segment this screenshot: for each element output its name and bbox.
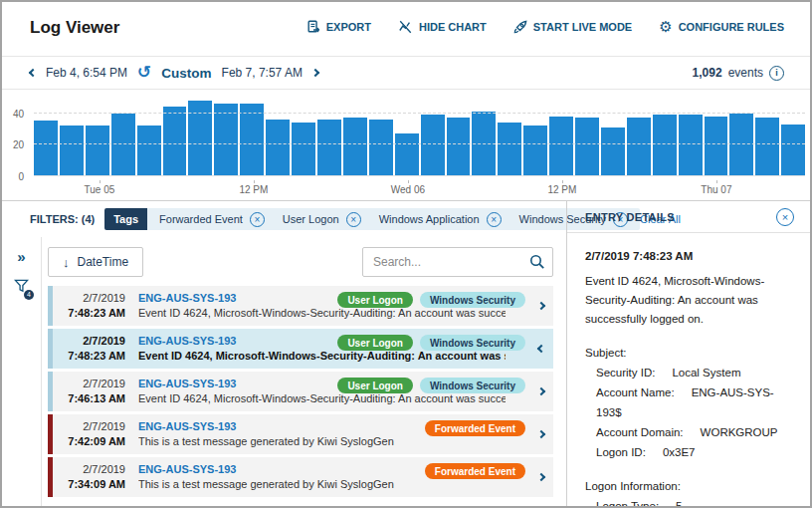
histogram-bar[interactable] [86,126,109,175]
hide-chart-button[interactable]: HIDE CHART [398,20,487,34]
histogram-bar[interactable] [781,125,805,175]
histogram-x-axis: Tue 0512 PMWed 0612 PMThu 07 [34,180,805,198]
gridline [34,113,805,114]
range-next-chevron-icon[interactable] [311,69,319,77]
remove-filter-icon[interactable]: × [250,212,265,227]
histogram-bar[interactable] [60,126,84,175]
row-expand[interactable] [529,372,553,411]
histogram-bar[interactable] [214,104,238,175]
tag-user-logon[interactable]: User Logon [337,378,413,393]
filter-chip-windows-application[interactable]: Windows Application × [379,212,502,227]
histogram-bar[interactable] [163,107,187,175]
start-live-mode-label: START LIVE MODE [533,21,632,33]
histogram-bar[interactable] [369,120,393,175]
y-axis-label: 40 [13,108,24,119]
configure-rules-button[interactable]: ⚙ CONFIGURE RULES [659,20,784,34]
row-message: Event ID 4624, Microsoft-Windows-Securit… [138,391,506,406]
close-icon[interactable]: × [776,208,794,226]
search-icon[interactable] [529,254,545,274]
log-row-2-selected[interactable]: 2/7/2019 7:48:23 AM ENG-AUS-SYS-193 Even… [48,329,553,369]
filter-funnel-icon[interactable]: 4 [14,279,29,297]
y-axis-label: 0 [18,171,24,182]
events-histogram: 02040 Tue 0512 PMWed 0612 PMThu 07 [2,89,810,200]
row-date: 2/7/2019 [53,419,125,434]
histogram-bar[interactable] [421,115,445,175]
expand-panel-icon[interactable]: » [17,251,25,263]
remove-filter-icon[interactable]: × [346,212,361,227]
range-prev-chevron-icon[interactable] [29,69,37,77]
histogram-bar[interactable] [240,104,264,175]
row-datetime: 2/7/2019 7:46:13 AM [53,372,132,411]
tag-user-logon[interactable]: User Logon [337,335,413,351]
row-message: Event ID 4624, Microsoft-Windows-Securit… [138,306,506,321]
row-tags: User Logon Windows Security [337,378,525,393]
histogram-bar[interactable] [137,126,161,175]
gear-icon: ⚙ [659,20,672,34]
row-expand[interactable] [529,286,553,326]
tag-forwarded-event[interactable]: Forwarded Event [425,463,525,479]
tag-windows-security[interactable]: Windows Security [420,335,525,351]
list-side-rail: » 4 [2,237,42,506]
entry-details-panel: ENTRY DETAILS × 2/7/2019 7:48:23 AM Even… [566,201,810,506]
histogram-bar[interactable] [549,117,573,175]
histogram-bar[interactable] [523,126,547,175]
row-expand[interactable] [529,414,553,454]
histogram-bar[interactable] [447,118,471,175]
tag-windows-security[interactable]: Windows Security [420,292,525,308]
log-rows: 2/7/2019 7:48:23 AM ENG-AUS-SYS-193 Even… [48,286,553,506]
histogram-bar[interactable] [498,123,521,175]
x-axis-label: Thu 07 [701,184,731,195]
histogram-bar[interactable] [317,120,341,175]
row-date: 2/7/2019 [53,377,125,391]
tag-user-logon[interactable]: User Logon [337,292,413,308]
x-axis-label: Wed 06 [391,184,425,195]
log-row-3[interactable]: 2/7/2019 7:46:13 AM ENG-AUS-SYS-193 Even… [48,372,553,411]
row-tags: Forwarded Event [425,420,525,436]
filter-chip-forwarded-event[interactable]: Forwarded Event × [159,212,265,227]
histogram-bar[interactable] [601,127,625,175]
x-axis-tick [408,180,409,183]
log-row-5[interactable]: 2/7/2019 7:34:09 AM ENG-AUS-SYS-193 This… [48,457,553,497]
histogram-bar[interactable] [627,118,651,175]
histogram-bar[interactable] [575,118,599,175]
tag-forwarded-event[interactable]: Forwarded Event [425,420,525,436]
time-range-bar: Feb 4, 6:54 PM ↺ Custom Feb 7, 7:57 AM 1… [2,56,810,89]
tags-filter-group-badge[interactable]: Tags [104,208,147,230]
histogram-bar[interactable] [705,117,728,175]
filter-chip-user-logon[interactable]: User Logon × [283,212,361,227]
chevron-right-icon [537,473,545,481]
history-icon[interactable]: ↺ [137,66,151,80]
detail-timestamp: 2/7/2019 7:48:23 AM [585,246,794,266]
range-mode-label[interactable]: Custom [161,66,211,81]
row-tags: Forwarded Event [425,463,525,479]
histogram-bar[interactable] [755,118,779,175]
histogram-bar[interactable] [395,133,419,175]
histogram-bar[interactable] [266,120,290,175]
log-row-1[interactable]: 2/7/2019 7:48:23 AM ENG-AUS-SYS-193 Even… [48,286,553,326]
start-live-mode-button[interactable]: START LIVE MODE [513,20,632,34]
remove-filter-icon[interactable]: × [487,212,502,227]
x-axis-label: 12 PM [239,184,268,195]
sort-datetime-button[interactable]: ↓ DateTime [48,247,143,277]
events-count: 1,092 events i [693,66,784,81]
row-date: 2/7/2019 [53,334,125,349]
row-expand[interactable] [529,457,553,497]
export-button[interactable]: EXPORT [306,20,371,34]
histogram-bar[interactable] [343,118,367,175]
row-collapse[interactable] [529,329,553,369]
search-input[interactable] [362,247,553,277]
info-icon[interactable]: i [769,66,784,81]
entry-details-header: ENTRY DETAILS × [567,201,810,233]
detail-label: Account Name: [596,386,675,398]
histogram-bar[interactable] [292,123,315,175]
row-tags: User Logon Windows Security [337,335,525,351]
tag-windows-security[interactable]: Windows Security [420,378,525,393]
detail-section-logon-information: Logon Information: Logon Type:5 Restrict… [585,476,794,506]
log-list-body: ↓ DateTime 2/7/2019 [42,237,566,506]
x-axis-label: Tue 05 [84,184,114,195]
detail-item: Security ID:Local System [585,363,794,382]
histogram-bar[interactable] [679,115,703,175]
histogram-bar[interactable] [34,121,58,175]
log-row-4[interactable]: 2/7/2019 7:42:09 AM ENG-AUS-SYS-193 This… [48,414,553,454]
histogram-bar[interactable] [653,115,677,175]
